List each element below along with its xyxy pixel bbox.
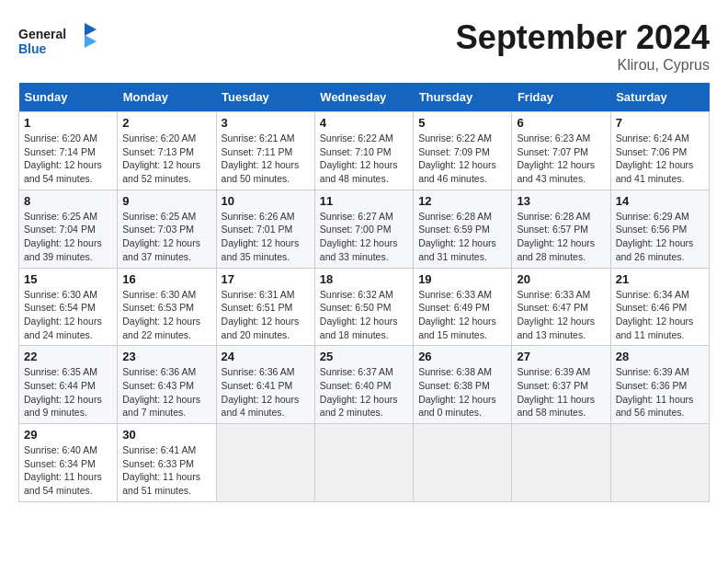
- calendar-week-row: 8Sunrise: 6:25 AM Sunset: 7:04 PM Daylig…: [19, 190, 710, 268]
- day-info: Sunrise: 6:25 AM Sunset: 7:03 PM Dayligh…: [122, 210, 210, 264]
- calendar-cell: [610, 424, 709, 502]
- day-number: 26: [418, 350, 506, 363]
- calendar-cell: 2Sunrise: 6:20 AM Sunset: 7:13 PM Daylig…: [118, 112, 216, 190]
- calendar-cell: 16Sunrise: 6:30 AM Sunset: 6:53 PM Dayli…: [118, 268, 216, 346]
- day-header-monday: Monday: [118, 83, 216, 112]
- day-info: Sunrise: 6:21 AM Sunset: 7:11 PM Dayligh…: [222, 132, 310, 186]
- calendar-cell: 3Sunrise: 6:21 AM Sunset: 7:11 PM Daylig…: [216, 112, 314, 190]
- calendar-cell: 9Sunrise: 6:25 AM Sunset: 7:03 PM Daylig…: [118, 190, 216, 268]
- calendar-cell: [512, 424, 610, 502]
- day-number: 8: [24, 194, 112, 208]
- calendar-cell: 21Sunrise: 6:34 AM Sunset: 6:46 PM Dayli…: [610, 268, 709, 346]
- day-number: 10: [222, 194, 310, 208]
- day-info: Sunrise: 6:33 AM Sunset: 6:49 PM Dayligh…: [418, 288, 506, 342]
- day-info: Sunrise: 6:40 AM Sunset: 6:34 PM Dayligh…: [24, 443, 112, 498]
- calendar-cell: 30Sunrise: 6:41 AM Sunset: 6:33 PM Dayli…: [118, 424, 216, 502]
- calendar-week-row: 15Sunrise: 6:30 AM Sunset: 6:54 PM Dayli…: [19, 268, 710, 346]
- day-number: 5: [418, 116, 506, 130]
- day-info: Sunrise: 6:36 AM Sunset: 6:43 PM Dayligh…: [122, 365, 210, 419]
- month-title: September 2024: [456, 18, 710, 57]
- day-number: 24: [222, 350, 310, 363]
- svg-marker-3: [85, 35, 97, 48]
- day-info: Sunrise: 6:25 AM Sunset: 7:04 PM Dayligh…: [24, 210, 112, 264]
- day-number: 6: [517, 116, 605, 130]
- calendar-cell: 11Sunrise: 6:27 AM Sunset: 7:00 PM Dayli…: [314, 190, 413, 268]
- day-number: 27: [517, 350, 605, 363]
- calendar-cell: 26Sunrise: 6:38 AM Sunset: 6:38 PM Dayli…: [414, 346, 512, 424]
- day-number: 20: [517, 272, 605, 286]
- day-number: 12: [418, 194, 506, 208]
- day-number: 15: [24, 272, 112, 286]
- calendar-cell: [314, 424, 413, 502]
- day-number: 4: [320, 116, 408, 130]
- day-header-saturday: Saturday: [610, 83, 709, 112]
- day-header-friday: Friday: [512, 83, 610, 112]
- day-info: Sunrise: 6:33 AM Sunset: 6:47 PM Dayligh…: [517, 288, 605, 342]
- day-info: Sunrise: 6:22 AM Sunset: 7:09 PM Dayligh…: [418, 132, 506, 186]
- day-number: 7: [616, 116, 704, 130]
- logo-svg: General Blue: [18, 18, 101, 64]
- svg-text:Blue: Blue: [18, 41, 47, 56]
- day-number: 25: [320, 350, 408, 363]
- day-number: 16: [122, 272, 210, 286]
- day-number: 2: [122, 116, 210, 130]
- day-info: Sunrise: 6:29 AM Sunset: 6:56 PM Dayligh…: [616, 210, 704, 264]
- day-number: 29: [24, 428, 112, 442]
- day-info: Sunrise: 6:20 AM Sunset: 7:14 PM Dayligh…: [24, 132, 112, 186]
- calendar-week-row: 29Sunrise: 6:40 AM Sunset: 6:34 PM Dayli…: [19, 424, 710, 502]
- day-info: Sunrise: 6:35 AM Sunset: 6:44 PM Dayligh…: [24, 365, 112, 419]
- calendar-cell: 18Sunrise: 6:32 AM Sunset: 6:50 PM Dayli…: [314, 268, 413, 346]
- calendar-cell: 7Sunrise: 6:24 AM Sunset: 7:06 PM Daylig…: [610, 112, 709, 190]
- day-header-tuesday: Tuesday: [216, 83, 314, 112]
- day-header-thursday: Thursday: [414, 83, 512, 112]
- calendar-cell: 29Sunrise: 6:40 AM Sunset: 6:34 PM Dayli…: [19, 424, 118, 502]
- day-info: Sunrise: 6:28 AM Sunset: 6:59 PM Dayligh…: [418, 210, 506, 264]
- day-info: Sunrise: 6:24 AM Sunset: 7:06 PM Dayligh…: [616, 132, 704, 186]
- day-number: 19: [418, 272, 506, 286]
- day-info: Sunrise: 6:28 AM Sunset: 6:57 PM Dayligh…: [517, 210, 605, 264]
- day-info: Sunrise: 6:38 AM Sunset: 6:38 PM Dayligh…: [418, 365, 506, 419]
- day-number: 1: [24, 116, 112, 130]
- day-info: Sunrise: 6:32 AM Sunset: 6:50 PM Dayligh…: [320, 288, 408, 342]
- day-info: Sunrise: 6:37 AM Sunset: 6:40 PM Dayligh…: [320, 365, 408, 419]
- calendar-table: SundayMondayTuesdayWednesdayThursdayFrid…: [18, 83, 710, 502]
- calendar-cell: 24Sunrise: 6:36 AM Sunset: 6:41 PM Dayli…: [216, 346, 314, 424]
- day-info: Sunrise: 6:34 AM Sunset: 6:46 PM Dayligh…: [616, 288, 704, 342]
- day-number: 13: [517, 194, 605, 208]
- calendar-cell: 6Sunrise: 6:23 AM Sunset: 7:07 PM Daylig…: [512, 112, 610, 190]
- calendar-cell: 1Sunrise: 6:20 AM Sunset: 7:14 PM Daylig…: [19, 112, 118, 190]
- logo: General Blue: [18, 18, 101, 64]
- calendar-cell: 17Sunrise: 6:31 AM Sunset: 6:51 PM Dayli…: [216, 268, 314, 346]
- day-number: 28: [616, 350, 704, 363]
- svg-text:General: General: [18, 27, 66, 41]
- day-number: 17: [222, 272, 310, 286]
- calendar-cell: 15Sunrise: 6:30 AM Sunset: 6:54 PM Dayli…: [19, 268, 118, 346]
- day-number: 18: [320, 272, 408, 286]
- day-info: Sunrise: 6:31 AM Sunset: 6:51 PM Dayligh…: [222, 288, 310, 342]
- calendar-cell: 14Sunrise: 6:29 AM Sunset: 6:56 PM Dayli…: [610, 190, 709, 268]
- day-header-wednesday: Wednesday: [314, 83, 413, 112]
- svg-marker-2: [85, 23, 97, 36]
- day-info: Sunrise: 6:26 AM Sunset: 7:01 PM Dayligh…: [222, 210, 310, 264]
- calendar-week-row: 1Sunrise: 6:20 AM Sunset: 7:14 PM Daylig…: [19, 112, 710, 190]
- calendar-cell: 5Sunrise: 6:22 AM Sunset: 7:09 PM Daylig…: [414, 112, 512, 190]
- calendar-cell: 19Sunrise: 6:33 AM Sunset: 6:49 PM Dayli…: [414, 268, 512, 346]
- day-number: 11: [320, 194, 408, 208]
- day-info: Sunrise: 6:36 AM Sunset: 6:41 PM Dayligh…: [222, 365, 310, 419]
- day-number: 14: [616, 194, 704, 208]
- calendar-cell: 10Sunrise: 6:26 AM Sunset: 7:01 PM Dayli…: [216, 190, 314, 268]
- day-number: 21: [616, 272, 704, 286]
- day-info: Sunrise: 6:22 AM Sunset: 7:10 PM Dayligh…: [320, 132, 408, 186]
- day-info: Sunrise: 6:27 AM Sunset: 7:00 PM Dayligh…: [320, 210, 408, 264]
- day-number: 3: [222, 116, 310, 130]
- day-number: 30: [122, 428, 210, 442]
- calendar-cell: 20Sunrise: 6:33 AM Sunset: 6:47 PM Dayli…: [512, 268, 610, 346]
- title-area: September 2024 Klirou, Cyprus: [456, 18, 710, 74]
- calendar-cell: 12Sunrise: 6:28 AM Sunset: 6:59 PM Dayli…: [414, 190, 512, 268]
- calendar-cell: 25Sunrise: 6:37 AM Sunset: 6:40 PM Dayli…: [314, 346, 413, 424]
- calendar-cell: 27Sunrise: 6:39 AM Sunset: 6:37 PM Dayli…: [512, 346, 610, 424]
- calendar-week-row: 22Sunrise: 6:35 AM Sunset: 6:44 PM Dayli…: [19, 346, 710, 424]
- day-info: Sunrise: 6:41 AM Sunset: 6:33 PM Dayligh…: [122, 443, 210, 498]
- calendar-cell: 23Sunrise: 6:36 AM Sunset: 6:43 PM Dayli…: [118, 346, 216, 424]
- calendar-cell: 28Sunrise: 6:39 AM Sunset: 6:36 PM Dayli…: [610, 346, 709, 424]
